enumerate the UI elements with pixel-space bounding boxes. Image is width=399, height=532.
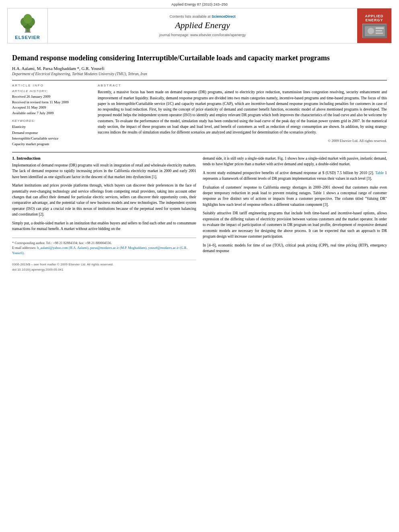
abstract-label: ABSTRACT (98, 84, 387, 87)
applied-energy-badge: APPLIED ENERGY (362, 14, 387, 38)
badge-image (362, 24, 387, 38)
history-label: Article history: (12, 89, 90, 93)
intro-col2-p1: demand side, it is still only a single-s… (203, 156, 387, 167)
article-info-label: ARTICLE INFO (12, 84, 90, 87)
article-info-abstract-section: ARTICLE INFO Article history: Received 2… (12, 84, 387, 147)
history-online: Available online 7 July 2009 (12, 111, 90, 116)
svg-rect-5 (25, 29, 27, 32)
journal-reference: Applied Energy 87 (2010) 243–250 (171, 2, 228, 6)
history-accepted: Accepted 31 May 2009 (12, 105, 90, 111)
intro-p1: Implementation of demand response (DR) p… (12, 162, 196, 180)
badge-text-applied: APPLIED (365, 14, 383, 18)
page: Applied Energy 87 (2010) 243–250 (0, 0, 399, 532)
footnote-area: * Corresponding author. Tel.: +98 21 828… (12, 238, 196, 256)
svg-rect-13 (376, 33, 383, 34)
svg-point-10 (368, 28, 374, 34)
elsevier-logo-area: ELSEVIER (8, 8, 48, 43)
doi-line: doi:10.1016/j.apenergy.2009.05.041 (12, 267, 196, 273)
keyword-ic-service: Interruptible/Curtailable service (12, 136, 90, 141)
elsevier-brand-text: ELSEVIER (15, 35, 40, 40)
sciencedirect-link[interactable]: ScienceDirect (212, 14, 236, 18)
article-info-column: ARTICLE INFO Article history: Received 2… (12, 84, 90, 147)
keyword-elasticity: Elasticity (12, 124, 90, 129)
keyword-demand-response: Demand response (12, 130, 90, 136)
intro-col2-p2: A recent study estimated prospective ben… (203, 170, 387, 182)
svg-rect-12 (376, 30, 382, 31)
article-history: Article history: Received 26 January 200… (12, 89, 90, 116)
abstract-text: Recently, a massive focus has been made … (98, 89, 387, 144)
elsevier-logo: ELSEVIER (15, 12, 40, 40)
affiliation: Department of Electrical Engineering, Ta… (12, 72, 387, 76)
issn-line: 0306-2619/$ – see front matter © 2009 El… (12, 262, 196, 267)
svg-rect-11 (376, 27, 384, 29)
svg-rect-6 (29, 29, 30, 32)
journal-header-center: Contents lists available at ScienceDirec… (48, 8, 357, 43)
footnote-corresponding: * Corresponding author. Tel.: +98 21 828… (12, 240, 196, 246)
authors: H.A. Aalami, M. Parsa Moghaddam *, G.R. … (12, 66, 387, 71)
elsevier-tree-icon (16, 12, 40, 34)
intro-col2-p4: Suitably attractive DR tariff engineerin… (203, 210, 387, 239)
keyword-cap: Capacity market program (12, 141, 90, 147)
main-content: Demand response modeling considering Int… (0, 43, 399, 277)
copyright-line: © 2009 Elsevier Ltd. All rights reserved… (98, 138, 387, 144)
history-revised: Received in revised form 11 May 2009 (12, 100, 90, 105)
sciencedirect-line: Contents lists available at ScienceDirec… (169, 14, 235, 18)
applied-energy-badge-area: APPLIED ENERGY (357, 8, 391, 43)
body-right-column: demand side, it is still only a single-s… (203, 156, 387, 273)
footnote-emails: E-mail addresses: h_aalami@yahoo.com (H.… (12, 245, 196, 256)
abstract-column: ABSTRACT Recently, a massive focus has b… (98, 84, 387, 147)
intro-col2-p5: In [4–6], economic models for time of us… (203, 242, 387, 254)
body-left-column: 1. Introduction Implementation of demand… (12, 156, 196, 273)
email-label: E-mail addresses: (12, 246, 36, 250)
keywords-section: Keywords: Elasticity Demand response Int… (12, 119, 90, 147)
intro-p2: Market institutions and prices provide p… (12, 183, 196, 218)
svg-rect-7 (25, 32, 31, 33)
body-columns: 1. Introduction Implementation of demand… (12, 156, 387, 273)
paper-title: Demand response modeling considering Int… (12, 53, 387, 63)
author-names: H.A. Aalami, M. Parsa Moghaddam *, G.R. … (12, 66, 104, 71)
history-received: Received 26 January 2009 (12, 94, 90, 100)
table1-ref[interactable]: Table (375, 171, 384, 175)
keywords-label: Keywords: (12, 119, 90, 123)
divider-after-affiliation (12, 80, 387, 80)
top-bar: Applied Energy 87 (2010) 243–250 (0, 0, 399, 8)
intro-p3: Simply put, a double-sided market is an … (12, 220, 196, 232)
journal-header: ELSEVIER Contents lists available at Sci… (7, 8, 392, 43)
journal-title-header: Applied Energy (175, 20, 230, 31)
divider-after-abstract (12, 152, 387, 152)
svg-point-4 (23, 14, 32, 24)
intro-col2-p3: Evaluation of customers' response to Cal… (203, 185, 387, 208)
badge-text-energy: ENERGY (365, 18, 383, 22)
intro-heading: 1. Introduction (12, 156, 196, 160)
email-addresses[interactable]: h_aalami@yahoo.com (H.A. Aalami), parsa@… (12, 246, 187, 255)
journal-homepage-line: journal homepage: www.elsevier.com/locat… (159, 33, 246, 37)
bottom-bar: 0306-2619/$ – see front matter © 2009 El… (12, 260, 196, 273)
badge-graphic-icon (363, 24, 387, 38)
